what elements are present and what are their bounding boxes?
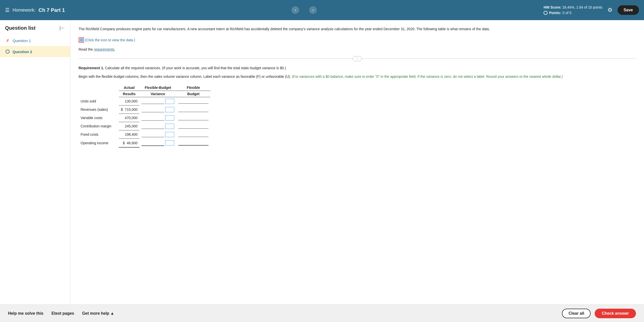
bottom-right: Clear all Check answer [562, 309, 636, 318]
flex-var-input-operating-income[interactable] [141, 140, 164, 146]
requirements-end: . [114, 47, 115, 51]
table-row-contribution-margin: Contribution margin 245,000 [79, 122, 210, 130]
row-flex-budget-units-sold [176, 97, 210, 105]
row-flex-budget-fixed-costs [176, 130, 210, 139]
flex-var-label-units-sold[interactable] [165, 99, 174, 104]
requirement2-text: Begin with the flexible budget columns, … [79, 74, 636, 79]
hamburger-icon[interactable]: ☰ [5, 7, 10, 13]
next-question-button[interactable]: › [309, 6, 317, 14]
divider-line-left [79, 58, 353, 59]
flex-var-label-fixed-costs[interactable] [165, 132, 174, 137]
row-actual-operating-income: $ 46,600 [119, 139, 139, 148]
header-right: HW Score: 16.44%, 1.64 of 10 points Poin… [544, 5, 639, 16]
variance-table: Actual Flexible-Budget Flexible Results … [79, 85, 210, 148]
flex-budget-input-revenues[interactable] [178, 107, 208, 112]
col-actual-header1: Actual [119, 85, 139, 91]
get-more-help-button[interactable]: Get more help ▲ [82, 311, 114, 316]
sidebar: Question list |← ✗ Question 1 Question 2 [0, 20, 70, 304]
sidebar-item-q2[interactable]: Question 2 [0, 46, 70, 57]
sidebar-item-q1-label: Question 1 [13, 39, 31, 43]
divider-area: ··· [79, 56, 636, 61]
get-more-help-label: Get more help [82, 311, 109, 316]
requirement1-detail: Calculate all the required variances. (I… [104, 66, 286, 70]
row-flex-var-contribution-margin [139, 122, 176, 130]
data-icon-link[interactable]: (Click the icon to view the data.) [79, 37, 135, 43]
top-header: ☰ Homework: Ch 7 Part 1 ‹ › HW Score: 16… [0, 0, 644, 20]
flex-budget-input-operating-income[interactable] [178, 140, 208, 146]
save-button[interactable]: Save [618, 5, 639, 15]
hw-score: HW Score: 16.44%, 1.64 of 10 points [544, 5, 602, 10]
green-note: (For variances with a $0 balance, make s… [292, 75, 563, 79]
flex-budget-input-contribution-margin[interactable] [178, 124, 208, 129]
points-label: Points: [549, 10, 561, 16]
check-icon: ✗ [6, 38, 9, 43]
etext-pages-button[interactable]: Etext pages [52, 311, 74, 316]
table-cell-1 [80, 38, 81, 39]
points-circle-icon [544, 11, 548, 15]
flex-budget-input-units-sold[interactable] [178, 99, 208, 104]
divider-button[interactable]: ··· [353, 56, 362, 61]
help-me-solve-button[interactable]: Help me solve this [8, 311, 44, 316]
row-actual-revenues: $ 715,000 [119, 105, 139, 114]
col-actual-header2: Results [119, 91, 139, 97]
prev-question-button[interactable]: ‹ [292, 6, 299, 14]
row-label-fixed-costs: Fixed costs [79, 130, 119, 139]
row-flex-var-fixed-costs [139, 130, 176, 139]
sidebar-header: Question list |← [0, 25, 70, 35]
table-grid-icon[interactable] [79, 37, 84, 43]
read-text: Read the [79, 47, 93, 51]
table-row-variable-costs: Variable costs 470,000 [79, 114, 210, 122]
homework-label: Homework: [13, 8, 35, 13]
row-flex-budget-contribution-margin [176, 122, 210, 130]
flex-var-input-variable-costs[interactable] [141, 116, 164, 121]
hw-score-label: HW Score: [544, 5, 561, 9]
flex-budget-input-fixed-costs[interactable] [178, 132, 208, 137]
points-value: 0 of 5 [563, 10, 571, 16]
sidebar-title: Question list [5, 25, 35, 31]
content-area: The Richfield Company produces engine pa… [70, 20, 644, 304]
flex-var-input-units-sold[interactable] [141, 99, 164, 104]
col-flex-budget-header1: Flexible [176, 85, 210, 91]
table-cell-3 [82, 38, 83, 39]
check-answer-button[interactable]: Check answer [595, 309, 636, 318]
collapse-sidebar-button[interactable]: |← [59, 25, 65, 31]
flex-budget-input-variable-costs[interactable] [178, 115, 208, 120]
requirements-link[interactable]: requirements [94, 47, 115, 51]
col-flex-var-header1: Flexible-Budget [139, 85, 176, 91]
homework-title: Ch 7 Part 1 [39, 7, 65, 13]
row-label-contribution-margin: Contribution margin [79, 122, 119, 130]
bottom-bar: Help me solve this Etext pages Get more … [0, 304, 644, 322]
flex-var-label-operating-income[interactable] [165, 140, 174, 146]
flex-var-label-contribution-margin[interactable] [165, 124, 174, 129]
nav-arrows: ‹ › [292, 6, 317, 14]
circle-icon [6, 50, 10, 54]
sidebar-item-q1[interactable]: ✗ Question 1 [0, 35, 70, 46]
flex-var-label-variable-costs[interactable] [165, 115, 174, 121]
flex-var-input-revenues[interactable] [141, 107, 164, 112]
row-label-revenues: Revenues (sales) [79, 105, 119, 114]
row-label-operating-income: Operating income [79, 139, 119, 148]
row-flex-var-units-sold [139, 97, 176, 105]
row-flex-budget-operating-income [176, 139, 210, 148]
flex-var-input-fixed-costs[interactable] [141, 132, 164, 137]
flex-var-input-contribution-margin[interactable] [141, 124, 164, 129]
sidebar-item-q2-label: Question 2 [13, 50, 32, 54]
score-info: HW Score: 16.44%, 1.64 of 10 points Poin… [544, 5, 602, 16]
table-cell-4 [80, 40, 81, 41]
row-flex-var-operating-income [139, 139, 176, 148]
data-icon-row: (Click the icon to view the data.) [79, 35, 636, 43]
dollar-sign-operating-income: $ [123, 141, 125, 145]
row-label-variable-costs: Variable costs [79, 114, 119, 122]
caret-up-icon: ▲ [110, 311, 114, 316]
table-cell-2 [81, 38, 82, 39]
header-center: ‹ › [65, 6, 544, 14]
row-actual-fixed-costs: 198,400 [119, 130, 139, 139]
row-flex-budget-variable-costs [176, 114, 210, 122]
flex-var-label-revenues[interactable] [165, 107, 174, 112]
requirements-row: Read the requirements. [79, 47, 636, 52]
row-flex-budget-revenues [176, 105, 210, 114]
clear-all-button[interactable]: Clear all [562, 309, 591, 318]
table-cell-5 [81, 40, 82, 41]
gear-icon[interactable]: ⚙ [607, 7, 613, 13]
dollar-sign-revenues: $ [121, 108, 123, 112]
